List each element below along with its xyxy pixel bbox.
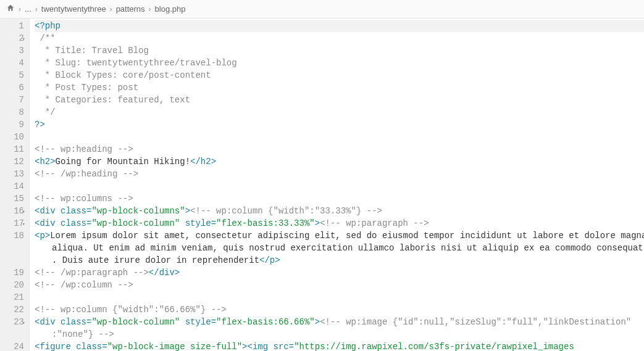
line-number: 16 [2, 205, 24, 217]
code-line[interactable]: <!-- /wp:paragraph --></div> [35, 266, 644, 279]
line-number: 19 [2, 266, 24, 279]
code-area[interactable]: <?php /** * Title: Travel Blog * Slug: t… [30, 19, 644, 351]
code-line[interactable]: * Title: Travel Blog [35, 44, 644, 57]
line-number: 15 [2, 192, 24, 205]
code-line[interactable]: * Post Types: post [35, 81, 644, 94]
line-number: 10 [2, 131, 24, 143]
line-number [2, 328, 24, 341]
code-line[interactable]: <div class="wp-block-columns"><!-- wp:co… [35, 205, 644, 217]
breadcrumb: › ... › twentytwentythree › patterns › b… [0, 0, 644, 19]
line-number-gutter: 123456789101112131415161718192021222324 [0, 19, 30, 351]
line-number: 1 [2, 20, 24, 32]
line-number: 17 [2, 217, 24, 229]
code-line[interactable]: ?> [35, 118, 644, 131]
chevron-right-icon: › [110, 5, 112, 14]
code-line[interactable]: <!-- wp:column {"width":"66.66%"} --> [35, 304, 644, 316]
code-line[interactable]: * Block Types: core/post-content [35, 69, 644, 81]
chevron-right-icon: › [19, 5, 21, 14]
code-line[interactable]: */ [35, 106, 644, 118]
line-number: 24 [2, 341, 24, 351]
code-line[interactable] [35, 180, 644, 192]
line-number: 13 [2, 168, 24, 180]
code-line[interactable] [35, 131, 644, 143]
line-number: 7 [2, 94, 24, 106]
line-number: 8 [2, 106, 24, 118]
breadcrumb-ellipsis[interactable]: ... [25, 4, 31, 14]
code-line[interactable]: <h2>Going for Mountain Hiking!</h2> [35, 155, 644, 168]
breadcrumb-file[interactable]: blog.php [155, 4, 186, 14]
code-line[interactable]: <figure class="wp-block-image size-full"… [35, 341, 644, 351]
code-line[interactable]: /** [35, 32, 644, 44]
code-line[interactable]: <!-- wp:columns --> [35, 192, 644, 205]
code-line[interactable] [35, 291, 644, 304]
line-number: 23 [2, 316, 24, 328]
breadcrumb-folder[interactable]: twentytwentythree [41, 4, 106, 14]
line-number [2, 242, 24, 254]
line-number: 12 [2, 155, 24, 168]
code-line[interactable]: <!-- wp:heading --> [35, 143, 644, 155]
line-number: 18 [2, 229, 24, 242]
code-line[interactable]: aliqua. Ut enim ad minim veniam, quis no… [35, 242, 644, 254]
line-number: 2 [2, 32, 24, 44]
code-editor[interactable]: 123456789101112131415161718192021222324 … [0, 19, 644, 351]
line-number: 21 [2, 291, 24, 304]
code-line[interactable]: * Categories: featured, text [35, 94, 644, 106]
code-line[interactable]: <!-- /wp:heading --> [35, 168, 644, 180]
home-icon[interactable] [6, 4, 15, 14]
line-number: 4 [2, 57, 24, 69]
line-number: 11 [2, 143, 24, 155]
chevron-right-icon: › [149, 5, 151, 14]
line-number: 22 [2, 304, 24, 316]
code-line[interactable]: :"none"} --> [35, 328, 644, 341]
code-line[interactable]: . Duis aute irure dolor in reprehenderit… [35, 254, 644, 266]
line-number: 20 [2, 279, 24, 291]
line-number: 9 [2, 118, 24, 131]
chevron-right-icon: › [35, 5, 38, 14]
breadcrumb-folder[interactable]: patterns [116, 4, 145, 14]
line-number: 14 [2, 180, 24, 192]
code-line[interactable]: * Slug: twentytwentythree/travel-blog [35, 57, 644, 69]
code-line[interactable]: <div class="wp-block-column" style="flex… [35, 217, 644, 229]
line-number: 6 [2, 81, 24, 94]
line-number: 5 [2, 69, 24, 81]
code-line[interactable]: <?php [35, 20, 644, 32]
line-number: 3 [2, 44, 24, 57]
code-line[interactable]: <!-- /wp:column --> [35, 279, 644, 291]
code-line[interactable]: <div class="wp-block-column" style="flex… [35, 316, 644, 328]
line-number [2, 254, 24, 266]
code-line[interactable]: <p>Lorem ipsum dolor sit amet, consectet… [35, 229, 644, 242]
